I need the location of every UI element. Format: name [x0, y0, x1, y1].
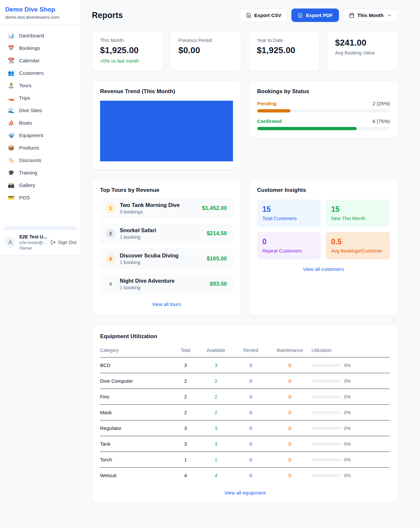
user-role: Owner	[19, 246, 47, 251]
cell-utilization: 0%	[312, 373, 390, 389]
tile-label: New This Month	[331, 216, 385, 221]
equipment-utilization-card: Equipment Utilization Category Total Ava…	[92, 325, 398, 502]
cell-utilization: 0%	[312, 436, 390, 452]
cell-category: Regulator	[100, 420, 173, 436]
utilization-track	[312, 443, 341, 445]
stat-value: $1,925.00	[100, 45, 155, 55]
sidebar-item-equipment[interactable]: 🤿 Equipment	[3, 129, 78, 142]
tour-row: 4 Night Dive Adventure 1 booking $93.50	[100, 274, 233, 294]
cell-category: Fins	[100, 389, 173, 405]
sidebar-item-label: Calendar	[19, 58, 40, 64]
cell-utilization: 0%	[312, 420, 390, 436]
sidebar-item-bookings[interactable]: 📅 Bookings	[3, 42, 78, 54]
status-row-confirmed: Confirmed 6 (75%)	[257, 118, 390, 130]
sidebar-item-training[interactable]: 🎓 Training	[3, 167, 78, 179]
table-row: Dive Computer 2 2 0 0 0%	[100, 373, 390, 389]
col-header-category: Category	[100, 345, 173, 357]
cell-maintenance: 0	[268, 452, 311, 468]
cell-maintenance: 0	[268, 468, 311, 483]
cell-rented: 0	[233, 436, 268, 452]
header-actions: Export CSV Export PDF This Month	[240, 9, 398, 22]
sidebar-item-customers[interactable]: 👥 Customers	[3, 67, 78, 79]
sidebar-item-dashboard[interactable]: 📊 Dashboard	[3, 30, 78, 42]
utilization-track	[312, 364, 341, 367]
progress-track	[257, 127, 390, 130]
rank-badge: 1	[106, 204, 115, 213]
sidebar-item-label: POS	[19, 195, 30, 201]
utilization-track	[312, 411, 341, 414]
equipment-table: Category Total Available Rented Maintena…	[100, 345, 390, 483]
stat-value: $241.00	[335, 38, 390, 48]
cell-maintenance: 0	[268, 436, 311, 452]
sidebar-item-pos[interactable]: 💳 POS	[3, 192, 78, 204]
sign-out-button[interactable]: Sign Out	[51, 240, 76, 245]
tour-bookings: 1 booking	[120, 285, 205, 290]
cell-maintenance: 0	[268, 405, 311, 420]
sidebar-item-discounts[interactable]: 🏷️ Discounts	[3, 154, 78, 167]
sidebar-item-label: Boats	[19, 120, 32, 126]
dive-mask-icon: 🤿	[8, 133, 15, 138]
sidebar-item-tours[interactable]: 🏝️ Tours	[3, 79, 78, 92]
sidebar-item-products[interactable]: 📦 Products	[3, 142, 78, 154]
cell-category: BCD	[100, 357, 173, 373]
status-label: Pending	[257, 101, 277, 106]
main-content: Reports Export CSV Export PDF	[81, 0, 420, 516]
page-header: Reports Export CSV Export PDF	[92, 9, 398, 22]
sidebar-item-boats[interactable]: ⛵ Boats	[3, 117, 78, 129]
tour-row: 1 Two Tank Morning Dive 5 bookings $1,45…	[100, 198, 233, 219]
utilization-track	[312, 380, 341, 382]
calendar-icon	[349, 13, 354, 18]
tour-revenue: $1,452.00	[202, 205, 227, 212]
people-icon: 👥	[8, 71, 15, 76]
progress-track	[257, 109, 390, 112]
customer-insights-card: Customer Insights 15 Total Customers 15 …	[249, 179, 398, 315]
tear-calendar-icon: 📆	[8, 58, 15, 63]
cell-total: 2	[173, 373, 199, 389]
sidebar-item-partial-highlight	[4, 226, 77, 230]
stat-label: Previous Period	[178, 38, 233, 43]
tile-label: Avg Bookings/Customer	[331, 248, 385, 254]
sidebar-item-label: Dive Sites	[19, 108, 42, 113]
credit-card-icon: 💳	[8, 195, 15, 200]
stat-label: This Month	[100, 38, 155, 43]
top-tours-card: Top Tours by Revenue 1 Two Tank Morning …	[92, 179, 241, 315]
sidebar-item-calendar[interactable]: 📆 Calendar	[3, 54, 78, 67]
tour-bookings: 1 booking	[120, 234, 202, 240]
cell-total: 2	[173, 389, 199, 405]
sidebar-item-gallery[interactable]: 📸 Gallery	[3, 179, 78, 192]
user-email: e2e-tester@...	[19, 240, 47, 245]
period-select[interactable]: This Month	[343, 9, 398, 22]
rank-badge: 2	[106, 229, 115, 238]
export-pdf-button[interactable]: Export PDF	[291, 9, 339, 22]
view-all-customers-link[interactable]: View all customers	[257, 266, 390, 272]
chevron-down-icon	[387, 13, 392, 18]
period-label: This Month	[357, 12, 384, 18]
cell-utilization: 0%	[312, 468, 390, 483]
user-meta: E2E Test U... e2e-tester@... Owner	[19, 234, 47, 251]
bookings-by-status-card: Bookings by Status Pending 2 (25%) Confi…	[249, 81, 398, 138]
tour-row: 2 Snorkel Safari 1 booking $214.50	[100, 223, 233, 244]
view-all-tours-link[interactable]: View all tours	[100, 301, 233, 307]
table-row: Wetsuit 4 4 0 0 0%	[100, 468, 390, 483]
user-icon	[8, 240, 13, 245]
rank-badge: 3	[106, 254, 115, 263]
shop-domain: demo.test.divestreams.com	[5, 15, 76, 20]
cell-total: 2	[173, 405, 199, 420]
export-csv-button[interactable]: Export CSV	[240, 9, 288, 22]
sidebar-item-dive-sites[interactable]: 🌊 Dive Sites	[3, 104, 78, 117]
stat-card-this-month: This Month $1,925.00 +0% vs last month	[92, 30, 163, 71]
sidebar-item-label: Training	[19, 170, 37, 176]
tag-icon: 🏷️	[8, 158, 15, 163]
graduation-cap-icon: 🎓	[8, 170, 15, 175]
cell-total: 3	[173, 357, 199, 373]
tile-total-customers: 15 Total Customers	[257, 199, 321, 227]
sidebar-item-label: Discounts	[19, 157, 41, 163]
view-all-equipment-link[interactable]: View all equipment	[100, 490, 390, 496]
bar-chart-icon: 📊	[8, 33, 15, 38]
cell-total: 3	[173, 420, 199, 436]
table-row: Torch 1 1 0 0 0%	[100, 452, 390, 468]
revenue-trend-card: Revenue Trend (This Month)	[92, 81, 241, 170]
sidebar-item-trips[interactable]: 🚤 Trips	[3, 92, 78, 104]
cell-maintenance: 0	[268, 357, 311, 373]
status-count: 6 (75%)	[372, 118, 390, 124]
